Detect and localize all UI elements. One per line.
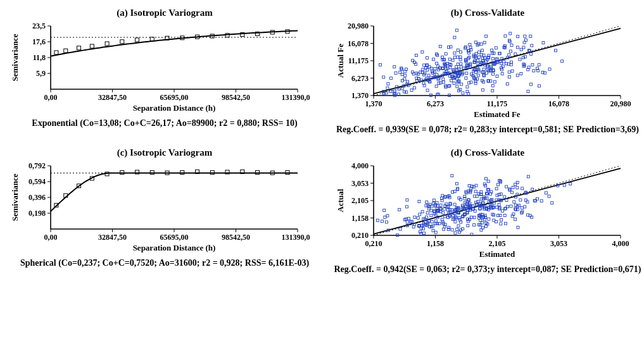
- svg-rect-542: [456, 182, 458, 185]
- svg-rect-215: [445, 53, 447, 55]
- svg-rect-713: [473, 216, 476, 219]
- svg-rect-280: [457, 63, 459, 66]
- svg-rect-391: [483, 68, 485, 70]
- svg-rect-679: [417, 216, 419, 219]
- svg-rect-535: [505, 222, 507, 225]
- svg-rect-823: [434, 220, 437, 222]
- svg-rect-630: [434, 231, 437, 233]
- svg-rect-426: [410, 89, 413, 92]
- svg-text:11,8: 11,8: [33, 53, 46, 62]
- svg-rect-201: [538, 85, 540, 87]
- svg-text:Separation Distance (h): Separation Distance (h): [133, 103, 216, 113]
- svg-text:32847,50: 32847,50: [98, 93, 127, 102]
- svg-rect-163: [542, 42, 545, 44]
- svg-text:1,370: 1,370: [351, 91, 369, 100]
- svg-rect-627: [421, 211, 424, 213]
- svg-text:1,370: 1,370: [365, 99, 382, 108]
- svg-rect-555: [505, 185, 508, 188]
- svg-rect-674: [456, 228, 458, 230]
- svg-rect-648: [467, 225, 469, 227]
- svg-rect-190: [477, 51, 480, 53]
- svg-rect-563: [473, 195, 476, 197]
- svg-rect-815: [443, 208, 446, 210]
- svg-rect-814: [386, 214, 389, 217]
- svg-text:3,053: 3,053: [550, 239, 567, 248]
- svg-rect-807: [407, 217, 410, 220]
- panel-c-title: (c) Isotropic Variogram: [6, 147, 323, 158]
- svg-text:0,198: 0,198: [28, 209, 46, 218]
- svg-rect-271: [531, 44, 533, 47]
- svg-rect-216: [460, 83, 463, 85]
- svg-rect-170: [477, 59, 479, 61]
- svg-rect-587: [451, 175, 453, 177]
- svg-rect-82: [496, 75, 498, 78]
- svg-text:131390,00: 131390,00: [282, 233, 311, 242]
- svg-rect-633: [432, 229, 434, 232]
- svg-rect-276: [510, 44, 513, 46]
- svg-text:0,00: 0,00: [44, 233, 58, 242]
- svg-rect-671: [453, 203, 456, 206]
- panel-b-title: (b) Cross-Validate: [329, 8, 644, 18]
- svg-rect-349: [485, 35, 488, 37]
- svg-rect-422: [465, 77, 467, 79]
- svg-rect-765: [521, 187, 524, 190]
- svg-rect-331: [423, 84, 426, 87]
- svg-rect-427: [482, 71, 484, 73]
- svg-rect-346: [496, 58, 498, 60]
- svg-rect-786: [524, 199, 527, 201]
- svg-rect-26: [120, 40, 124, 44]
- svg-rect-751: [514, 218, 517, 221]
- svg-text:98542,50: 98542,50: [222, 93, 250, 102]
- svg-rect-606: [426, 212, 429, 214]
- svg-rect-154: [386, 87, 389, 89]
- svg-rect-176: [516, 46, 519, 49]
- panel-d-caption: Reg.Coeff. = 0,942(SE = 0,063; r2= 0,373…: [329, 264, 644, 275]
- svg-text:0,792: 0,792: [28, 161, 46, 170]
- svg-rect-73: [466, 85, 469, 88]
- svg-text:16,078: 16,078: [348, 39, 369, 48]
- svg-rect-264: [426, 89, 429, 92]
- svg-rect-111: [495, 58, 498, 60]
- svg-rect-616: [521, 207, 523, 209]
- svg-text:6,273: 6,273: [427, 99, 444, 108]
- svg-rect-339: [548, 68, 551, 70]
- svg-rect-248: [491, 84, 494, 87]
- svg-text:0,210: 0,210: [365, 239, 382, 248]
- svg-rect-253: [533, 70, 535, 72]
- svg-rect-352: [426, 56, 429, 59]
- svg-rect-136: [457, 49, 459, 51]
- svg-rect-194: [530, 53, 533, 55]
- svg-rect-761: [551, 202, 553, 204]
- svg-rect-731: [439, 204, 442, 206]
- svg-rect-22: [64, 49, 68, 53]
- svg-rect-804: [441, 218, 443, 221]
- svg-rect-205: [538, 63, 540, 66]
- svg-rect-843: [519, 199, 522, 201]
- svg-rect-766: [498, 203, 500, 206]
- svg-rect-500: [414, 216, 416, 218]
- svg-rect-197: [509, 50, 512, 53]
- svg-rect-159: [508, 54, 510, 56]
- svg-rect-132: [493, 80, 496, 83]
- svg-rect-142: [459, 58, 462, 61]
- svg-rect-89: [491, 49, 493, 51]
- svg-rect-622: [496, 183, 499, 186]
- svg-rect-27: [136, 38, 139, 42]
- svg-text:0,396: 0,396: [28, 193, 46, 202]
- svg-rect-277: [504, 35, 507, 37]
- panel-c: (c) Isotropic Variogram 0,0032847,506569…: [6, 146, 323, 283]
- svg-rect-148: [491, 89, 494, 92]
- svg-rect-310: [423, 64, 426, 66]
- svg-rect-495: [483, 183, 486, 185]
- svg-rect-306: [495, 47, 497, 49]
- svg-rect-138: [481, 89, 484, 91]
- svg-rect-799: [510, 205, 512, 208]
- svg-rect-619: [473, 224, 476, 226]
- svg-rect-80: [508, 71, 510, 73]
- svg-rect-335: [395, 71, 397, 74]
- svg-rect-638: [516, 187, 519, 189]
- svg-rect-568: [484, 177, 487, 180]
- svg-rect-585: [419, 213, 421, 216]
- svg-rect-716: [500, 223, 502, 225]
- svg-rect-767: [386, 221, 388, 223]
